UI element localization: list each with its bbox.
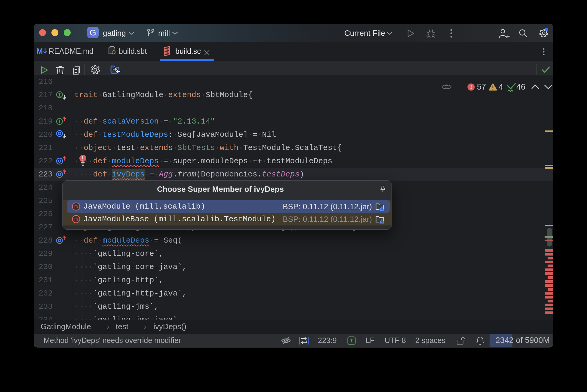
svg-text:m: m [74,216,78,223]
svg-text:m: m [74,204,78,210]
